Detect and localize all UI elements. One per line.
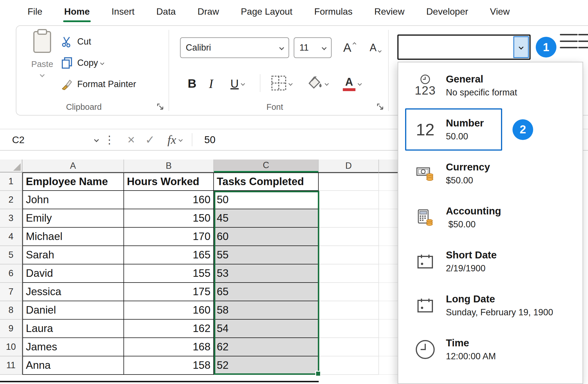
cell-E4[interactable]	[379, 228, 398, 246]
menu-tab-insert[interactable]: Insert	[100, 0, 145, 23]
cell-A11[interactable]: Anna	[22, 356, 124, 375]
format-option-time[interactable]: Time12:00:00 AM	[398, 327, 583, 371]
italic-button[interactable]: I	[204, 74, 218, 93]
menu-tab-developer[interactable]: Developer	[415, 0, 479, 23]
row-header-5[interactable]: 5	[0, 246, 22, 264]
row-header-7[interactable]: 7	[0, 283, 22, 301]
cell-B8[interactable]: 160	[124, 301, 214, 320]
cell-C5[interactable]: 55	[214, 246, 319, 264]
cell-E11[interactable]	[379, 356, 398, 375]
format-option-currency[interactable]: Currency$50.00	[398, 151, 583, 195]
cell-B3[interactable]: 150	[124, 209, 214, 228]
cell-A10[interactable]: James	[22, 338, 124, 356]
cell-E7[interactable]	[379, 283, 398, 301]
format-option-accounting[interactable]: Accounting $50.00	[398, 195, 583, 239]
cell-C1[interactable]: Tasks Completed	[214, 172, 319, 191]
cell-E1[interactable]	[379, 172, 398, 191]
format-option-general[interactable]: 123GeneralNo specific format	[398, 64, 583, 107]
fill-handle[interactable]	[315, 371, 321, 377]
cell-D4[interactable]	[319, 228, 379, 246]
format-option-number[interactable]: 12Number50.002	[398, 107, 583, 151]
cell-A6[interactable]: David	[22, 264, 124, 283]
row-header-10[interactable]: 10	[0, 338, 22, 356]
cell-C2[interactable]: 50	[214, 191, 319, 209]
cell-E8[interactable]	[379, 301, 398, 320]
fill-color-button[interactable]	[302, 74, 333, 93]
cell-A5[interactable]: Sarah	[22, 246, 124, 264]
cancel-icon[interactable]: ×	[127, 133, 135, 147]
formula-input[interactable]: 50	[204, 134, 216, 145]
align-text-icon[interactable]	[560, 34, 578, 48]
cell-B1[interactable]: Hours Worked	[124, 172, 214, 191]
cell-B2[interactable]: 160	[124, 191, 214, 209]
cell-A8[interactable]: Daniel	[22, 301, 124, 320]
row-header-3[interactable]: 3	[0, 209, 22, 228]
copy-button[interactable]: Copy	[59, 52, 154, 74]
cell-D10[interactable]	[319, 338, 379, 356]
cell-A9[interactable]: Laura	[22, 320, 124, 338]
cell-D1[interactable]	[319, 172, 379, 191]
cell-C8[interactable]: 58	[214, 301, 319, 320]
select-all-corner[interactable]	[0, 160, 22, 172]
cell-B5[interactable]: 165	[124, 246, 214, 264]
cell-D8[interactable]	[319, 301, 379, 320]
menu-tab-page-layout[interactable]: Page Layout	[230, 0, 303, 23]
cell-B10[interactable]: 168	[124, 338, 214, 356]
row-header-4[interactable]: 4	[0, 228, 22, 246]
cell-B11[interactable]: 158	[124, 356, 214, 375]
menu-tab-draw[interactable]: Draw	[187, 0, 230, 23]
cell-E9[interactable]	[379, 320, 398, 338]
menu-tab-file[interactable]: File	[17, 0, 53, 23]
cell-D7[interactable]	[319, 283, 379, 301]
font-size-combobox[interactable]: 11	[294, 37, 332, 58]
cell-A1[interactable]: Employee Name	[22, 172, 124, 191]
row-header-6[interactable]: 6	[0, 264, 22, 283]
format-painter-button[interactable]: Format Painter	[59, 74, 154, 95]
cell-A4[interactable]: Michael	[22, 228, 124, 246]
row-header-8[interactable]: 8	[0, 301, 22, 320]
decrease-font-size-button[interactable]: A	[363, 37, 387, 58]
cell-B4[interactable]: 170	[124, 228, 214, 246]
cell-D3[interactable]	[319, 209, 379, 228]
cut-button[interactable]: Cut	[59, 31, 154, 52]
row-header-1[interactable]: 1	[0, 172, 22, 191]
cell-C4[interactable]: 60	[214, 228, 319, 246]
enter-icon[interactable]: ✓	[145, 133, 155, 146]
cell-A2[interactable]: John	[22, 191, 124, 209]
format-option-short-date[interactable]: Short Date2/19/1900	[398, 239, 583, 283]
format-option-long-date[interactable]: Long DateSunday, February 19, 1900	[398, 283, 583, 327]
clipboard-dialog-launcher-icon[interactable]	[156, 102, 166, 112]
font-dialog-launcher-icon[interactable]	[376, 102, 386, 112]
column-header-b[interactable]: B	[124, 160, 214, 172]
cell-B6[interactable]: 155	[124, 264, 214, 283]
cell-E3[interactable]	[379, 209, 398, 228]
cell-B9[interactable]: 162	[124, 320, 214, 338]
row-header-9[interactable]: 9	[0, 320, 22, 338]
column-header-c[interactable]: C	[214, 160, 319, 172]
cell-B7[interactable]: 175	[124, 283, 214, 301]
align-text-icon[interactable]	[578, 34, 588, 48]
cell-C9[interactable]: 54	[214, 320, 319, 338]
formula-bar-splitter[interactable]: ⋮	[104, 133, 115, 146]
cell-D11[interactable]	[319, 356, 379, 375]
increase-font-size-button[interactable]: A	[337, 37, 361, 58]
name-box[interactable]: C2	[12, 134, 98, 145]
font-color-button[interactable]: A	[337, 74, 367, 93]
cell-C3[interactable]: 45	[214, 209, 319, 228]
menu-tab-review[interactable]: Review	[363, 0, 415, 23]
cell-E6[interactable]	[379, 264, 398, 283]
borders-button[interactable]	[266, 74, 298, 93]
cell-A3[interactable]: Emily	[22, 209, 124, 228]
menu-tab-data[interactable]: Data	[146, 0, 187, 23]
menu-tab-home[interactable]: Home	[53, 0, 101, 23]
paste-button[interactable]: Paste	[24, 29, 60, 101]
menu-tab-view[interactable]: View	[479, 0, 521, 23]
bold-button[interactable]: B	[183, 74, 201, 93]
cell-E10[interactable]	[379, 338, 398, 356]
menu-tab-formulas[interactable]: Formulas	[303, 0, 363, 23]
cell-A7[interactable]: Jessica	[22, 283, 124, 301]
underline-button[interactable]: U	[221, 74, 254, 93]
cell-D2[interactable]	[319, 191, 379, 209]
font-name-combobox[interactable]: Calibri	[180, 37, 289, 58]
cell-C10[interactable]: 62	[214, 338, 319, 356]
